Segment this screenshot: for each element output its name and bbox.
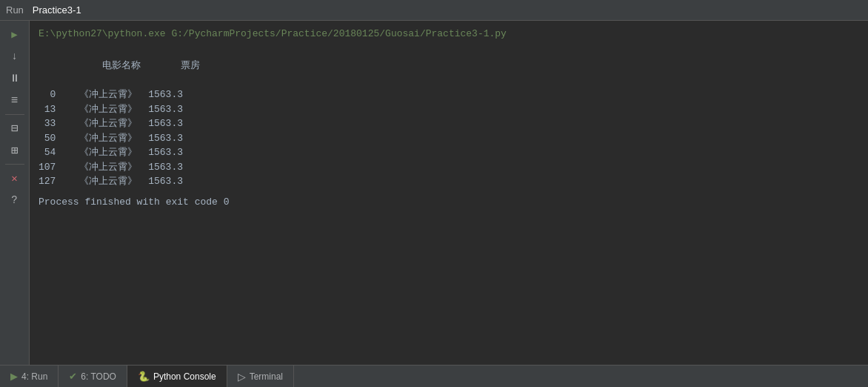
tab-practice3[interactable]: Practice3-1 [33, 4, 81, 16]
camera-button[interactable]: ⊞ [4, 140, 26, 161]
python-console-tab-label: Python Console [153, 371, 216, 382]
scroll-down-button[interactable]: ↓ [4, 46, 26, 67]
console-output: E:\python27\python.exe G:/PycharmProject… [30, 21, 868, 365]
toolbar-divider-2 [5, 164, 24, 165]
table-row: 54 《冲上云霄》 1563.3 [39, 145, 859, 160]
console-header: 电影名称 票房 [73, 60, 201, 71]
todo-icon: ✔ [69, 371, 77, 382]
toolbar-divider-1 [5, 114, 24, 115]
table-row: 127 《冲上云霄》 1563.3 [39, 174, 859, 189]
soft-wrap-button[interactable]: ≡ [4, 90, 26, 111]
status-tab-todo[interactable]: ✔ 6: TODO [59, 366, 127, 387]
left-toolbar: ▶ ↓ ⏸ ≡ ⊟ ⊞ ✕ ? [0, 21, 30, 365]
status-tab-terminal[interactable]: ▷ Terminal [227, 366, 294, 387]
terminal-tab-label: Terminal [250, 371, 283, 382]
pause-button[interactable]: ⏸ [4, 68, 26, 89]
run-menu[interactable]: Run [6, 4, 24, 16]
main-area: ▶ ↓ ⏸ ≡ ⊟ ⊞ ✕ ? E:\python27\python.exe G… [0, 21, 868, 365]
terminal-icon: ▷ [238, 371, 246, 383]
todo-tab-label: 6: TODO [81, 371, 116, 382]
run-icon: ▶ [10, 371, 18, 382]
status-bar: ▶ 4: Run ✔ 6: TODO 🐍 Python Console ▷ Te… [0, 365, 868, 387]
table-row: 33 《冲上云霄》 1563.3 [39, 116, 859, 131]
table-row: 50 《冲上云霄》 1563.3 [39, 131, 859, 146]
console-path-line: E:\python27\python.exe G:/PycharmProject… [39, 27, 859, 42]
run-tab-label: 4: Run [21, 371, 47, 382]
table-row: 107 《冲上云霄》 1563.3 [39, 160, 859, 175]
table-row: 13 《冲上云霄》 1563.3 [39, 102, 859, 117]
console-exit-message: Process finished with exit code 0 [39, 195, 859, 210]
top-bar: Run Practice3-1 [0, 0, 868, 21]
status-tab-run[interactable]: ▶ 4: Run [0, 366, 59, 387]
run-button[interactable]: ▶ [4, 24, 26, 44]
help-button[interactable]: ? [4, 190, 26, 211]
table-row: 0 《冲上云霄》 1563.3 [39, 87, 859, 102]
status-tab-python-console[interactable]: 🐍 Python Console [127, 366, 227, 387]
monitor-button[interactable]: ⊟ [4, 118, 26, 139]
console-rows: 0 《冲上云霄》 1563.3 13 《冲上云霄》 1563.3 33 《冲上云… [39, 87, 859, 189]
close-button[interactable]: ✕ [4, 168, 26, 188]
console-table: 电影名称 票房 [39, 44, 859, 88]
python-console-icon: 🐍 [138, 371, 150, 382]
